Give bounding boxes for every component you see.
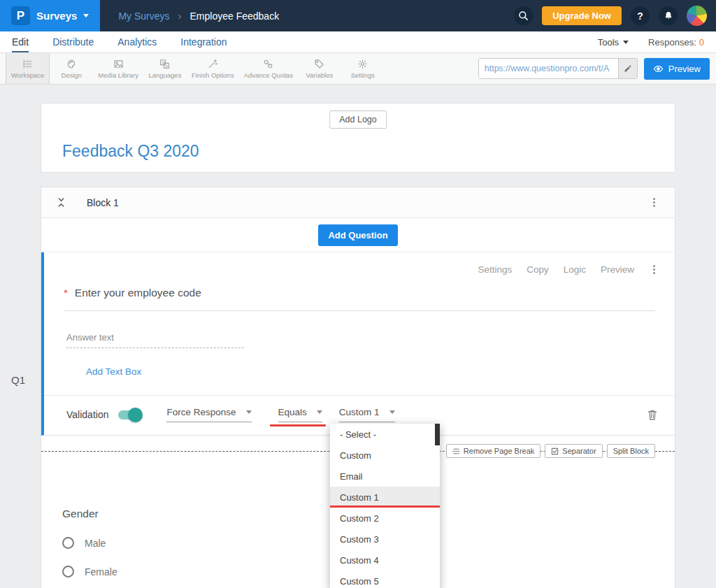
svg-text:A: A: [162, 60, 165, 64]
pencil-icon: [624, 64, 632, 73]
dropdown-item[interactable]: Custom 2: [330, 508, 440, 529]
block-header: Block 1: [41, 187, 675, 218]
breadcrumb: My Surveys › Employee Feedback: [118, 10, 279, 22]
toolbar-item-design[interactable]: Design: [50, 53, 93, 84]
help-button[interactable]: ?: [631, 6, 650, 25]
answer-text-field[interactable]: Answer text: [66, 332, 244, 348]
delete-question-button[interactable]: [647, 409, 658, 421]
tools-menu[interactable]: Tools: [598, 37, 629, 48]
dropdown-item[interactable]: Custom: [330, 445, 440, 466]
question-preview-link[interactable]: Preview: [601, 264, 634, 275]
toolbar-item-label: Advance Quotas: [244, 71, 293, 79]
tabbar-right: Tools Responses:0: [598, 37, 704, 48]
breadcrumb-current: Employee Feedback: [190, 10, 280, 22]
chevron-down-icon: [246, 410, 252, 414]
add-logo-button[interactable]: Add Logo: [329, 110, 387, 129]
toolbar-item-finish-options[interactable]: Finish Options: [187, 53, 239, 84]
question-settings-link[interactable]: Settings: [478, 264, 512, 275]
translate-icon: Aa: [159, 59, 170, 69]
dropdown-item-selected[interactable]: Custom 1: [330, 487, 440, 508]
separator-label: Separator: [562, 447, 596, 455]
split-block-button[interactable]: Split Block: [607, 444, 655, 458]
toolbar-item-label: Finish Options: [192, 71, 234, 79]
search-icon: [518, 10, 529, 21]
surveys-menu-label: Surveys: [36, 10, 77, 22]
toolbar-item-variables[interactable]: Variables: [298, 53, 341, 84]
toolbar-item-languages[interactable]: Aa Languages: [143, 53, 187, 84]
notifications-button[interactable]: [659, 6, 678, 25]
tab-integration[interactable]: Integration: [180, 31, 227, 52]
remove-page-break-button[interactable]: Remove Page Break: [446, 444, 541, 458]
add-question-button[interactable]: Add Question: [318, 224, 397, 246]
responses-link[interactable]: Responses:0: [648, 37, 704, 48]
scrollbar-thumb[interactable]: [435, 424, 440, 445]
questionpro-logo: P: [11, 6, 30, 25]
question-copy-link[interactable]: Copy: [527, 264, 549, 275]
question-card-q1: Settings Copy Logic Preview * Enter your…: [41, 252, 675, 436]
dropdown-item[interactable]: Email: [330, 466, 440, 487]
answer-option-label: Female: [85, 566, 117, 578]
radio-button[interactable]: [62, 537, 74, 549]
workspace-icon: [22, 59, 33, 69]
operator-value: Equals: [278, 407, 307, 417]
toggle-knob: [128, 408, 143, 422]
validation-value-dropdown: - Select - Custom Email Custom 1 Custom …: [330, 424, 440, 588]
chevron-down-icon: [623, 41, 629, 44]
preview-label: Preview: [668, 64, 701, 74]
surveys-product-menu[interactable]: P Surveys: [0, 0, 100, 31]
question-number-q1: Q1: [11, 374, 25, 386]
toolbar-item-media-library[interactable]: Media Library: [93, 53, 143, 84]
add-question-zone: Add Question: [41, 218, 675, 252]
tab-analytics[interactable]: Analytics: [117, 31, 157, 52]
dropdown-item[interactable]: Custom 4: [330, 550, 440, 571]
survey-url-input[interactable]: [479, 59, 618, 78]
question-text-row: * Enter your employee code: [64, 287, 655, 311]
wand-icon: [208, 59, 218, 69]
main-nav-tabs: Edit Distribute Analytics Integration To…: [0, 31, 716, 53]
survey-header-card: Add Logo Feedback Q3 2020: [41, 103, 675, 173]
breadcrumb-my-surveys[interactable]: My Surveys: [118, 10, 169, 22]
toolbar-item-label: Workspace: [11, 71, 44, 79]
required-marker: *: [64, 287, 68, 299]
edit-url-button[interactable]: [618, 59, 637, 78]
preview-button[interactable]: Preview: [644, 58, 710, 80]
question-kebab-menu-icon[interactable]: [653, 268, 655, 271]
quota-link-icon: [263, 59, 273, 69]
palette-icon: [66, 59, 77, 69]
force-response-value: Force Response: [166, 407, 236, 417]
add-text-box-link[interactable]: Add Text Box: [86, 366, 141, 377]
chevron-down-icon: [389, 410, 395, 414]
block-kebab-menu-icon[interactable]: [653, 201, 655, 203]
validation-toggle[interactable]: [118, 410, 141, 420]
tab-edit[interactable]: Edit: [12, 31, 29, 52]
toolbar-item-label: Variables: [306, 71, 333, 79]
collapse-icon: [57, 197, 66, 208]
radio-button[interactable]: [62, 566, 74, 578]
validation-value-select[interactable]: Custom 1: [339, 407, 395, 422]
dropdown-item[interactable]: Custom 3: [330, 529, 440, 550]
toolbar-item-advance-quotas[interactable]: Advance Quotas: [239, 53, 298, 84]
responses-count: 0: [699, 37, 704, 48]
toolbar-item-settings[interactable]: Settings: [341, 53, 385, 84]
tab-distribute[interactable]: Distribute: [52, 31, 94, 52]
survey-title[interactable]: Feedback Q3 2020: [62, 142, 199, 161]
chevron-down-icon: [317, 410, 322, 414]
question-logic-link[interactable]: Logic: [564, 264, 586, 275]
chevron-down-icon: [83, 14, 89, 17]
validation-operator-select[interactable]: Equals: [278, 407, 322, 422]
dropdown-item[interactable]: Custom 5: [330, 571, 440, 588]
validation-value: Custom 1: [339, 407, 380, 417]
tag-icon: [314, 59, 324, 69]
user-avatar[interactable]: [687, 6, 707, 26]
collapse-block-button[interactable]: [57, 197, 66, 208]
eye-icon: [653, 64, 664, 74]
upgrade-now-button[interactable]: Upgrade Now: [542, 6, 622, 25]
search-button[interactable]: [514, 6, 533, 25]
force-response-select[interactable]: Force Response: [166, 407, 251, 422]
toolbar-item-label: Settings: [351, 71, 375, 79]
question-text[interactable]: Enter your employee code: [75, 287, 201, 299]
breadcrumb-separator-icon: ›: [178, 10, 182, 22]
dropdown-item[interactable]: - Select -: [330, 424, 440, 445]
toolbar-item-workspace[interactable]: Workspace: [6, 53, 50, 84]
separator-button[interactable]: Separator: [545, 444, 602, 458]
